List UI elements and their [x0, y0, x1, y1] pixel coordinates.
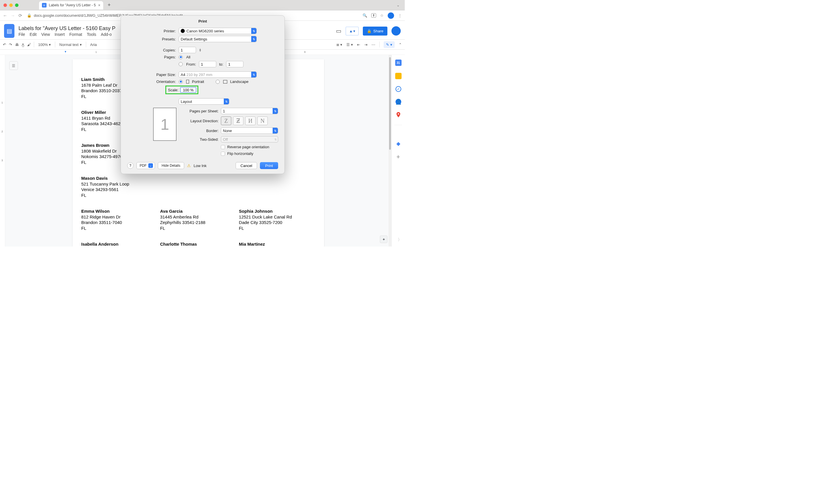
- pages-all-label: All: [186, 55, 190, 59]
- numbered-list-icon[interactable]: ☰ ▾: [346, 42, 353, 47]
- forward-icon[interactable]: →: [11, 13, 15, 18]
- paint-format-icon[interactable]: 🖌: [27, 42, 31, 47]
- scale-input[interactable]: [180, 87, 196, 93]
- add-addon-icon[interactable]: +: [395, 154, 402, 160]
- address-label: Ava Garcia31445 Amberlea RdZephyrhills 3…: [160, 208, 237, 231]
- traffic-lights: [3, 3, 18, 7]
- landscape-icon: [223, 80, 227, 84]
- presets-select[interactable]: Default Settings ⇅: [179, 36, 257, 42]
- comments-icon[interactable]: ▭: [336, 28, 341, 34]
- pages-label: Pages:: [127, 55, 176, 59]
- menu-edit[interactable]: Edit: [30, 32, 37, 37]
- cancel-button[interactable]: Cancel: [236, 162, 257, 169]
- layout-dir-4[interactable]: N: [257, 117, 268, 125]
- border-select[interactable]: None ⇅: [221, 127, 278, 134]
- layout-dir-2[interactable]: Ƶ: [233, 117, 243, 125]
- zoom-select[interactable]: 100%▾: [37, 42, 52, 47]
- address-label: Isabella Anderson36441 Lanson AveNew Por…: [81, 241, 158, 247]
- reverse-orientation-checkbox[interactable]: [221, 145, 225, 149]
- presets-value: Default Settings: [181, 37, 207, 41]
- orientation-portrait-label: Portrait: [192, 80, 204, 84]
- pages-all-radio[interactable]: [179, 55, 183, 59]
- present-button[interactable]: ▲▾: [345, 27, 359, 36]
- printer-select[interactable]: Canon MG6200 series ⇅: [179, 28, 257, 34]
- spellcheck-icon[interactable]: A̲: [22, 42, 24, 47]
- menu-format[interactable]: Format: [69, 32, 82, 37]
- menu-file[interactable]: File: [18, 32, 25, 37]
- paper-size-select[interactable]: A4 210 by 297 mm ⇅: [179, 71, 257, 78]
- printer-label: Printer:: [127, 29, 176, 33]
- minimize-window-icon[interactable]: [9, 3, 13, 7]
- editing-mode-button[interactable]: ✎▾: [384, 41, 395, 48]
- section-select[interactable]: Layout ⇅: [179, 98, 229, 104]
- scrollbar-thumb[interactable]: [389, 57, 391, 150]
- close-tab-icon[interactable]: ×: [98, 3, 100, 7]
- chevron-down-icon: ▾: [49, 42, 51, 47]
- back-icon[interactable]: ←: [3, 13, 7, 18]
- orientation-portrait-radio[interactable]: [179, 80, 183, 84]
- outline-toggle-button[interactable]: ☰: [9, 61, 18, 70]
- menu-insert[interactable]: Insert: [55, 32, 65, 37]
- contacts-icon[interactable]: 👤: [396, 99, 401, 104]
- chevron-down-icon: ▾: [390, 42, 392, 47]
- pages-to-input[interactable]: [226, 61, 243, 67]
- flip-horizontally-checkbox[interactable]: [221, 152, 225, 156]
- pages-range-radio[interactable]: [179, 62, 183, 66]
- explore-icon: ✦: [382, 237, 385, 242]
- pdf-menu-button[interactable]: PDF ⌄: [136, 162, 155, 169]
- undo-icon[interactable]: ↶: [3, 42, 6, 47]
- profile-avatar-icon[interactable]: [388, 12, 394, 19]
- sidepanel-collapse-icon[interactable]: 〉: [398, 237, 402, 243]
- font-select[interactable]: Aria: [89, 42, 98, 47]
- docs-logo-icon[interactable]: ▤: [4, 24, 14, 38]
- bookmark-icon[interactable]: ☆: [380, 13, 384, 17]
- addon-icon[interactable]: ◆: [395, 140, 402, 147]
- copies-input[interactable]: [179, 47, 196, 53]
- scrollbar-track[interactable]: [388, 55, 391, 247]
- print-button[interactable]: Print: [260, 162, 278, 169]
- menu-tools[interactable]: Tools: [87, 32, 96, 37]
- account-avatar-icon[interactable]: [391, 26, 401, 36]
- pages-per-sheet-select[interactable]: 1 ⇅: [221, 108, 278, 114]
- tasks-icon[interactable]: ✓: [396, 86, 401, 92]
- share-button[interactable]: 🔒 Share: [363, 27, 387, 36]
- paper-size-sub: 210 by 297 mm: [187, 73, 212, 77]
- reload-icon[interactable]: ⟳: [18, 13, 22, 18]
- orientation-landscape-radio[interactable]: [216, 80, 220, 84]
- layout-dir-1[interactable]: Z: [221, 117, 231, 125]
- indent-marker-icon[interactable]: ▼: [64, 50, 67, 53]
- menu-view[interactable]: View: [41, 32, 50, 37]
- indent-decrease-icon[interactable]: ⇤: [357, 42, 360, 47]
- orientation-landscape-label: Landscape: [230, 80, 249, 84]
- collapse-toolbar-icon[interactable]: ⌃: [399, 42, 402, 47]
- zoom-icon[interactable]: 🔍: [363, 13, 367, 17]
- install-icon[interactable]: ⬆: [371, 13, 376, 17]
- browser-menu-icon[interactable]: ⋮: [398, 13, 402, 17]
- tabs-menu-icon[interactable]: ⌄: [397, 3, 400, 7]
- calendar-icon[interactable]: 31: [395, 59, 402, 66]
- stepper-icon[interactable]: ▲▼: [199, 48, 202, 52]
- vertical-ruler[interactable]: 1 2 3: [0, 55, 5, 247]
- chevron-down-icon: ▾: [353, 29, 355, 33]
- more-icon[interactable]: ⋯: [372, 42, 375, 47]
- pencil-icon: ✎: [386, 42, 389, 47]
- menu-addons[interactable]: Add-o: [101, 32, 112, 37]
- help-button[interactable]: ?: [127, 162, 133, 169]
- redo-icon[interactable]: ↷: [9, 42, 12, 47]
- explore-button[interactable]: ✦: [380, 236, 387, 243]
- browser-tab[interactable]: ≡ Labels for "Avery US Letter - 5 ×: [39, 1, 104, 9]
- maps-icon[interactable]: [395, 112, 402, 118]
- style-select[interactable]: Normal text▾: [58, 42, 83, 47]
- bulleted-list-icon[interactable]: ≣ ▾: [336, 42, 342, 47]
- close-window-icon[interactable]: [3, 3, 7, 7]
- indent-increase-icon[interactable]: ⇥: [364, 42, 367, 47]
- hide-details-button[interactable]: Hide Details: [158, 162, 184, 169]
- pages-from-input[interactable]: [199, 61, 216, 67]
- chevron-down-icon: ⌄: [148, 163, 153, 168]
- fullscreen-window-icon[interactable]: [15, 3, 18, 7]
- layout-dir-3[interactable]: И: [245, 117, 256, 125]
- present-icon: ▲: [349, 29, 353, 33]
- new-tab-button[interactable]: +: [108, 2, 111, 8]
- keep-icon[interactable]: [395, 73, 402, 79]
- print-icon[interactable]: 🖶: [15, 42, 19, 47]
